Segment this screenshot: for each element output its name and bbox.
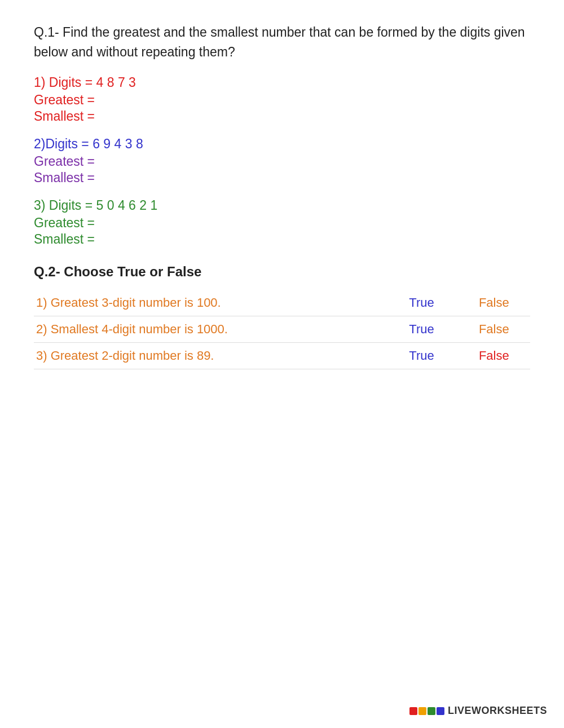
tf-row-3: 3) Greatest 2-digit number is 89. True F… <box>34 343 530 369</box>
digit-item-1: 1) Digits = 4 8 7 3 Greatest = Smallest … <box>34 75 530 124</box>
tf-true-3[interactable]: True <box>385 343 457 369</box>
digit-item-3: 3) Digits = 5 0 4 6 2 1 Greatest = Small… <box>34 198 530 247</box>
tf-false-1[interactable]: False <box>458 290 530 316</box>
tf-statement-3: 3) Greatest 2-digit number is 89. <box>34 343 385 369</box>
smallest-line-1: Smallest = <box>34 109 530 124</box>
smallest-line-2: Smallest = <box>34 170 530 186</box>
digit-line-3: 3) Digits = 5 0 4 6 2 1 <box>34 198 530 213</box>
logo-sq-blue <box>437 707 444 715</box>
greatest-line-2: Greatest = <box>34 154 530 169</box>
greatest-line-3: Greatest = <box>34 215 530 231</box>
page-container: Q.1- Find the greatest and the smallest … <box>0 0 564 431</box>
logo-text: LIVEWORKSHEETS <box>448 705 547 717</box>
tf-true-1[interactable]: True <box>385 290 457 316</box>
q2-block: Q.2- Choose True or False 1) Greatest 3-… <box>34 264 530 369</box>
greatest-line-1: Greatest = <box>34 92 530 108</box>
digit-line-2: 2)Digits = 6 9 4 3 8 <box>34 136 530 152</box>
tf-false-2[interactable]: False <box>458 316 530 343</box>
digit-item-2: 2)Digits = 6 9 4 3 8 Greatest = Smallest… <box>34 136 530 186</box>
tf-row-2: 2) Smallest 4-digit number is 1000. True… <box>34 316 530 343</box>
tf-true-2[interactable]: True <box>385 316 457 343</box>
logo-icon <box>409 707 444 715</box>
logo-sq-red <box>409 707 417 715</box>
q1-intro: Q.1- Find the greatest and the smallest … <box>34 23 530 61</box>
tf-statement-2: 2) Smallest 4-digit number is 1000. <box>34 316 385 343</box>
liveworksheets-logo: LIVEWORKSHEETS <box>409 705 547 717</box>
tf-table: 1) Greatest 3-digit number is 100. True … <box>34 290 530 369</box>
tf-false-3[interactable]: False <box>458 343 530 369</box>
logo-sq-orange <box>418 707 426 715</box>
logo-sq-green <box>428 707 435 715</box>
smallest-line-3: Smallest = <box>34 232 530 247</box>
digit-line-1: 1) Digits = 4 8 7 3 <box>34 75 530 90</box>
tf-statement-1: 1) Greatest 3-digit number is 100. <box>34 290 385 316</box>
q2-title: Q.2- Choose True or False <box>34 264 530 280</box>
tf-row-1: 1) Greatest 3-digit number is 100. True … <box>34 290 530 316</box>
q1-block: Q.1- Find the greatest and the smallest … <box>34 23 530 247</box>
